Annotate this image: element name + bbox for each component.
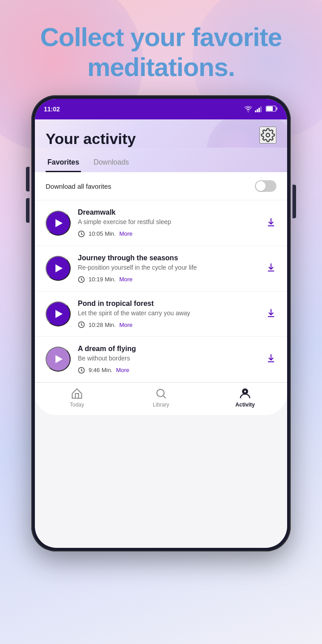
content-area: Download all favorites Dreamwalk A simpl…	[35, 172, 287, 382]
item-duration-journey: 10:19 Min.	[89, 276, 116, 283]
battery-icon	[266, 106, 278, 113]
item-content-dreamwalk: Dreamwalk A simple exercise for restful …	[78, 208, 258, 237]
item-subtitle-flying: Be without borders	[78, 354, 258, 363]
svg-rect-1	[257, 109, 258, 112]
tab-downloads[interactable]: Downloads	[92, 155, 131, 172]
item-content-journey: Journey through the seasons Re-position …	[78, 254, 258, 283]
item-title-flying: A dream of flying	[78, 345, 258, 353]
item-duration-pond: 10:28 Min.	[89, 322, 116, 328]
app-header: Your activity	[35, 119, 287, 148]
item-title-journey: Journey through the seasons	[78, 254, 258, 262]
activity-icon	[239, 387, 251, 400]
clock-icon-flying	[78, 367, 85, 374]
item-meta-journey: 10:19 Min. More	[78, 276, 258, 283]
play-button-pond[interactable]	[46, 301, 71, 326]
phone-frame: 11:02	[31, 95, 291, 551]
item-more-pond[interactable]: More	[119, 322, 133, 328]
meditation-item-journey: Journey through the seasons Re-position …	[35, 246, 287, 292]
download-button-flying[interactable]	[266, 353, 276, 365]
power-button	[292, 185, 296, 218]
item-subtitle-journey: Re-position yourself in the cycle of you…	[78, 263, 258, 272]
nav-item-library[interactable]: Library	[119, 387, 203, 408]
clock-icon-journey	[78, 276, 85, 283]
download-button-dreamwalk[interactable]	[266, 217, 276, 229]
bottom-nav: Today Library A	[35, 382, 287, 415]
clock-icon-pond	[78, 321, 85, 328]
svg-rect-3	[260, 106, 262, 112]
nav-label-activity: Activity	[235, 402, 254, 408]
item-duration-flying: 9:46 Min.	[89, 367, 112, 373]
tab-favorites[interactable]: Favorites	[46, 155, 81, 172]
play-button-flying[interactable]	[46, 347, 71, 372]
svg-point-14	[244, 390, 247, 393]
item-duration-dreamwalk: 10:05 Min.	[89, 230, 116, 237]
item-subtitle-dreamwalk: A simple exercise for restful sleep	[78, 218, 258, 227]
play-icon-flying	[55, 355, 63, 363]
item-meta-pond: 10:28 Min. More	[78, 321, 258, 328]
meditation-item-dreamwalk: Dreamwalk A simple exercise for restful …	[35, 200, 287, 246]
item-subtitle-pond: Let the spirit of the water carry you aw…	[78, 309, 258, 318]
play-button-journey[interactable]	[46, 256, 71, 281]
item-title-dreamwalk: Dreamwalk	[78, 208, 258, 216]
item-more-flying[interactable]: More	[116, 367, 129, 373]
status-time: 11:02	[44, 106, 60, 113]
search-icon	[155, 387, 167, 400]
home-icon	[71, 387, 83, 400]
svg-rect-2	[258, 108, 260, 112]
meditation-item-flying: A dream of flying Be without borders 9:4…	[35, 337, 287, 382]
phone-screen: 11:02	[35, 99, 287, 548]
nav-label-today: Today	[70, 402, 84, 408]
svg-rect-0	[255, 110, 256, 112]
toggle-knob	[256, 181, 266, 191]
download-all-label: Download all favorites	[46, 182, 111, 190]
clock-icon-dreamwalk	[78, 230, 85, 237]
hero-section: Collect your favorite meditations.	[0, 0, 322, 95]
svg-rect-6	[267, 106, 273, 111]
item-content-flying: A dream of flying Be without borders 9:4…	[78, 345, 258, 374]
item-content-pond: Pond in tropical forest Let the spirit o…	[78, 300, 258, 329]
meditation-item-pond: Pond in tropical forest Let the spirit o…	[35, 292, 287, 337]
hero-title: Collect your favorite meditations.	[18, 22, 304, 82]
nav-item-activity[interactable]: Activity	[203, 387, 287, 408]
download-button-pond[interactable]	[266, 308, 276, 320]
phone-wrapper: 11:02	[0, 95, 322, 551]
status-bar: 11:02	[35, 99, 287, 119]
item-meta-flying: 9:46 Min. More	[78, 367, 258, 374]
play-button-dreamwalk[interactable]	[46, 211, 71, 236]
play-icon-journey	[55, 264, 63, 272]
play-icon-dreamwalk	[55, 219, 63, 227]
svg-point-12	[157, 389, 164, 396]
download-all-row: Download all favorites	[35, 172, 287, 200]
volume-up-button	[26, 167, 30, 191]
item-more-journey[interactable]: More	[119, 276, 133, 283]
status-icons	[244, 106, 278, 113]
nav-item-today[interactable]: Today	[35, 387, 119, 408]
item-title-pond: Pond in tropical forest	[78, 300, 258, 308]
nav-label-library: Library	[153, 402, 169, 408]
signal-icon	[255, 106, 263, 112]
svg-rect-5	[276, 107, 278, 110]
download-button-journey[interactable]	[266, 262, 276, 275]
tabs-container: Favorites Downloads	[35, 148, 287, 172]
page-title: Your activity	[46, 127, 276, 148]
item-more-dreamwalk[interactable]: More	[119, 230, 133, 237]
item-meta-dreamwalk: 10:05 Min. More	[78, 230, 258, 237]
volume-down-button	[26, 198, 30, 223]
download-all-toggle[interactable]	[255, 180, 276, 192]
wifi-icon	[244, 106, 252, 112]
play-icon-pond	[55, 310, 63, 318]
